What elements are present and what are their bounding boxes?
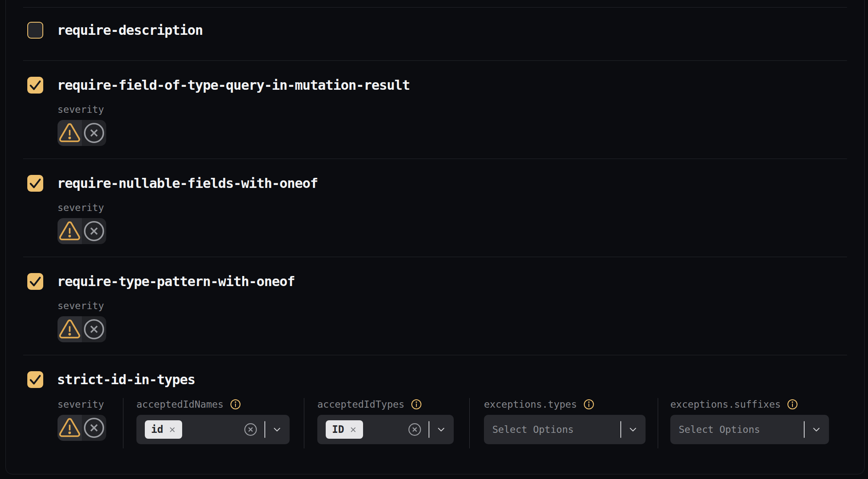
column-divider <box>304 398 304 448</box>
circle-x-icon <box>82 218 106 244</box>
selected-tag: id <box>145 420 182 439</box>
rule-title: require-nullable-fields-with-oneof <box>57 175 318 191</box>
rule-title: require-type-pattern-with-oneof <box>57 273 295 289</box>
severity-warn-button[interactable] <box>58 316 82 342</box>
info-icon[interactable] <box>230 398 241 410</box>
clear-all-button[interactable] <box>243 422 258 437</box>
clear-all-button[interactable] <box>407 422 422 437</box>
rule-options: severity <box>23 300 847 342</box>
chevron-down-icon[interactable] <box>436 424 446 435</box>
dropdown-placeholder: Select Options <box>492 424 574 435</box>
rule-options: severity <box>23 202 847 244</box>
check-icon <box>27 273 43 290</box>
remove-tag-icon[interactable] <box>350 426 357 433</box>
info-icon[interactable] <box>410 398 422 410</box>
info-icon[interactable] <box>583 398 595 410</box>
rule-checkbox-unchecked[interactable] <box>27 22 43 39</box>
rule-row-require-field-of-type-query-in-mutation-result: require-field-of-type-query-in-mutation-… <box>23 60 847 159</box>
dropdown-divider <box>429 421 429 438</box>
column-divider <box>469 398 470 448</box>
circle-x-icon <box>243 422 258 437</box>
severity-warn-button[interactable] <box>58 218 82 244</box>
rule-header: require-nullable-fields-with-oneof <box>23 175 847 192</box>
severity-warn-button[interactable] <box>58 120 82 146</box>
severity-control <box>58 120 106 146</box>
severity-label: severity <box>58 300 847 312</box>
rule-checkbox-checked[interactable] <box>27 371 43 388</box>
remove-tag-icon[interactable] <box>169 426 176 433</box>
exceptions-types-column: exceptions.types Select Options <box>484 398 646 444</box>
rule-title: strict-id-in-types <box>57 372 195 388</box>
circle-x-icon <box>82 316 106 342</box>
dropdown-divider <box>264 421 265 438</box>
warning-triangle-icon <box>58 316 82 342</box>
column-divider <box>658 398 658 448</box>
column-divider <box>123 398 123 448</box>
severity-label: severity <box>58 398 106 411</box>
dropdown-placeholder: Select Options <box>679 424 760 435</box>
tag-text: ID <box>332 424 344 435</box>
check-icon <box>27 371 43 388</box>
info-icon[interactable] <box>787 398 798 410</box>
rule-header: strict-id-in-types <box>23 371 847 388</box>
rule-row-require-description: require-description <box>23 7 847 60</box>
severity-off-button[interactable] <box>82 316 106 342</box>
accepted-id-names-multiselect[interactable]: id <box>136 415 290 444</box>
rule-header: require-field-of-type-query-in-mutation-… <box>23 77 847 94</box>
rule-options: severity <box>23 104 847 146</box>
dropdown-divider <box>804 421 805 438</box>
rule-checkbox-checked[interactable] <box>27 77 43 94</box>
accepted-id-names-label: acceptedIdNames <box>136 398 224 411</box>
exceptions-suffixes-label: exceptions.suffixes <box>670 398 781 411</box>
rule-row-require-nullable-fields-with-oneof: require-nullable-fields-with-oneof sever… <box>23 159 847 257</box>
tag-text: id <box>151 424 163 435</box>
severity-off-button[interactable] <box>82 120 106 146</box>
severity-off-button[interactable] <box>82 218 106 244</box>
warning-triangle-icon <box>58 120 82 146</box>
severity-control <box>58 316 106 342</box>
severity-control <box>58 218 106 244</box>
exceptions-types-multiselect[interactable]: Select Options <box>484 415 646 444</box>
exceptions-types-label: exceptions.types <box>484 398 577 411</box>
circle-x-icon <box>407 422 422 437</box>
rule-options: severity acceptedIdNames <box>23 398 847 448</box>
check-icon <box>27 77 43 94</box>
rule-title: require-field-of-type-query-in-mutation-… <box>57 77 410 93</box>
exceptions-suffixes-column: exceptions.suffixes Select Options <box>670 398 829 444</box>
severity-label: severity <box>58 202 847 213</box>
chevron-down-icon[interactable] <box>628 424 638 435</box>
selected-tag: ID <box>326 420 363 439</box>
rule-header: require-type-pattern-with-oneof <box>23 273 847 290</box>
warning-triangle-icon <box>58 218 82 244</box>
accepted-id-types-column: acceptedIdTypes ID <box>317 398 454 444</box>
check-icon <box>27 175 43 192</box>
dropdown-divider <box>620 421 621 438</box>
accepted-id-types-multiselect[interactable]: ID <box>317 415 454 444</box>
severity-control <box>58 415 106 441</box>
rule-checkbox-checked[interactable] <box>27 273 43 290</box>
severity-warn-button[interactable] <box>58 415 82 441</box>
accepted-id-names-column: acceptedIdNames id <box>136 398 290 444</box>
warning-triangle-icon <box>58 415 82 441</box>
rule-row-require-type-pattern-with-oneof: require-type-pattern-with-oneof severity <box>23 257 847 355</box>
severity-off-button[interactable] <box>82 415 106 441</box>
circle-x-icon <box>82 120 106 146</box>
exceptions-suffixes-multiselect[interactable]: Select Options <box>670 415 829 444</box>
rule-checkbox-checked[interactable] <box>27 175 43 192</box>
chevron-down-icon[interactable] <box>272 424 282 435</box>
rule-title: require-description <box>57 22 203 38</box>
severity-column: severity <box>58 398 106 441</box>
rules-panel: require-description require-field-of-typ… <box>5 0 865 474</box>
rule-row-strict-id-in-types: strict-id-in-types severity acceptedIdNa… <box>23 355 847 474</box>
rule-header: require-description <box>23 22 847 39</box>
severity-label: severity <box>58 104 847 115</box>
circle-x-icon <box>82 415 106 441</box>
accepted-id-types-label: acceptedIdTypes <box>317 398 405 411</box>
chevron-down-icon[interactable] <box>811 424 821 435</box>
